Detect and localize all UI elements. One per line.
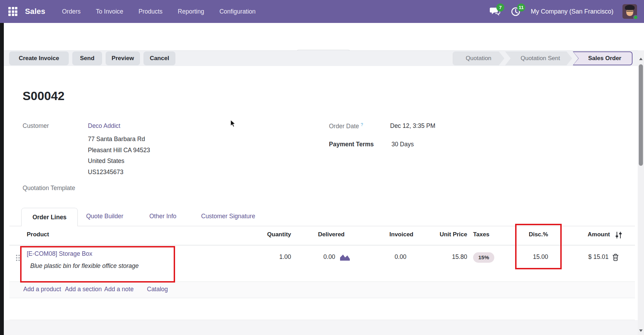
avatar-glasses [627,11,633,13]
sheet-bottom-area [4,320,638,335]
scrollbar-down-arrow[interactable] [639,329,643,332]
tab-other-info[interactable]: Other Info [149,213,176,220]
customer-label: Customer [23,122,49,130]
order-date-value[interactable]: Dec 12, 3:35 PM [390,122,435,130]
forecast-button[interactable] [339,253,350,263]
tabs-divider [9,226,635,226]
add-row-border [9,298,635,298]
add-section-link[interactable]: Add a section [65,286,102,293]
delete-row-button[interactable] [612,253,619,263]
activities-count-badge: 11 [517,3,525,11]
tab-customer-signature[interactable]: Customer Signature [201,213,255,220]
catalog-link[interactable]: Catalog [147,286,168,293]
discount-cell[interactable]: 15.00 [500,253,548,261]
delivered-cell[interactable]: 0.00 [283,253,335,261]
window-left-edge [0,23,4,335]
column-invoiced: Invoiced [361,231,413,238]
product-cell-link[interactable]: [E-COM08] Storage Box [27,250,92,258]
column-quantity: Quantity [240,231,291,238]
app-name[interactable]: Sales [25,7,46,16]
navbar: Sales Orders To Invoice Products Reporti… [0,0,644,23]
tax-badge[interactable]: 15% [473,252,494,263]
status-quotation-sent[interactable]: Quotation Sent [505,51,572,65]
column-product: Product [27,231,49,238]
status-quotation[interactable]: Quotation [453,51,504,65]
address-line: Pleasant Hill CA 94523 [88,145,150,156]
send-button[interactable]: Send [72,51,102,65]
address-line: US12345673 [88,167,150,178]
scrollbar-thumb[interactable] [639,64,643,166]
odoo-sales-window: Sales Orders To Invoice Products Reporti… [0,0,644,335]
column-discount: Disc.% [515,231,562,238]
status-sales-order-active[interactable]: Sales Order [573,51,633,65]
column-amount: Amount [559,231,610,238]
add-line-row [9,282,635,298]
address-line: 77 Santa Barbara Rd [88,134,150,145]
apps-menu-icon[interactable] [8,7,17,16]
breadcrumb-row: New Quotations S00042 Delivery 1 [0,23,638,50]
menu-orders[interactable]: Orders [62,8,81,15]
table-header-border [9,245,635,245]
payment-terms-value[interactable]: 30 Days [391,141,414,148]
column-unit-price: Unit Price [419,231,467,238]
preview-button[interactable]: Preview [106,51,140,65]
column-taxes: Taxes [473,231,489,238]
scrollbar-up-arrow[interactable] [639,58,643,60]
record-name: S00042 [23,89,65,103]
menu-reporting[interactable]: Reporting [178,8,204,15]
invoiced-cell[interactable]: 0.00 [354,253,406,261]
customer-link[interactable]: Deco Addict [88,122,120,130]
product-description[interactable]: Blue plastic bin for flexible office sto… [30,262,139,270]
activities-button[interactable]: 11 [510,6,522,17]
messages-button[interactable]: 7 [489,6,501,17]
user-avatar[interactable] [622,4,637,19]
customer-address: 77 Santa Barbara Rd Pleasant Hill CA 945… [88,134,150,178]
area-chart-icon [339,253,350,262]
cancel-button[interactable]: Cancel [143,51,175,65]
order-date-label: Order Date [329,123,359,130]
main-menu: Orders To Invoice Products Reporting Con… [62,8,256,15]
payment-terms-label: Payment Terms [329,141,374,148]
menu-configuration[interactable]: Configuration [220,8,256,15]
help-icon[interactable]: ? [361,122,363,127]
row-drag-handle[interactable] [16,255,20,261]
company-switcher[interactable]: My Company (San Francisco) [531,8,613,15]
tab-order-lines[interactable]: Order Lines [21,208,78,226]
status-sales-order-label: Sales Order [584,55,621,62]
online-status-dot [633,15,638,20]
column-delivered: Delivered [294,231,345,238]
menu-products[interactable]: Products [139,8,163,15]
add-product-link[interactable]: Add a product [23,286,61,293]
trash-icon [612,253,619,261]
create-invoice-button[interactable]: Create Invoice [9,51,69,65]
optional-columns-button[interactable] [615,231,622,240]
unit-price-cell[interactable]: 15.80 [419,253,467,261]
sliders-icon [615,231,622,239]
add-note-link[interactable]: Add a note [104,286,134,293]
amount-cell: $ 15.01 [557,253,609,261]
avatar-hair [625,5,635,10]
quotation-template-label: Quotation Template [23,185,75,192]
tab-quote-builder[interactable]: Quote Builder [86,213,123,220]
messages-count-badge: 7 [496,3,504,11]
order-date-label-wrap: Order Date? [329,122,363,130]
menu-to-invoice[interactable]: To Invoice [96,8,123,15]
address-line: United States [88,156,150,167]
